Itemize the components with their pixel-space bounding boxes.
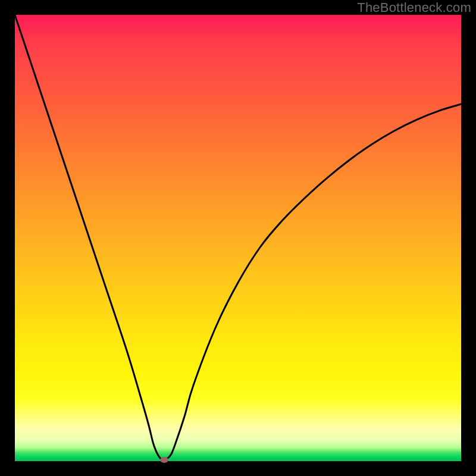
watermark-text: TheBottleneck.com: [357, 0, 471, 15]
plot-area: [15, 15, 461, 461]
chart-container: TheBottleneck.com: [0, 0, 476, 476]
minimum-marker: [160, 457, 168, 463]
curve-svg: [15, 15, 461, 461]
bottleneck-curve: [15, 15, 461, 460]
